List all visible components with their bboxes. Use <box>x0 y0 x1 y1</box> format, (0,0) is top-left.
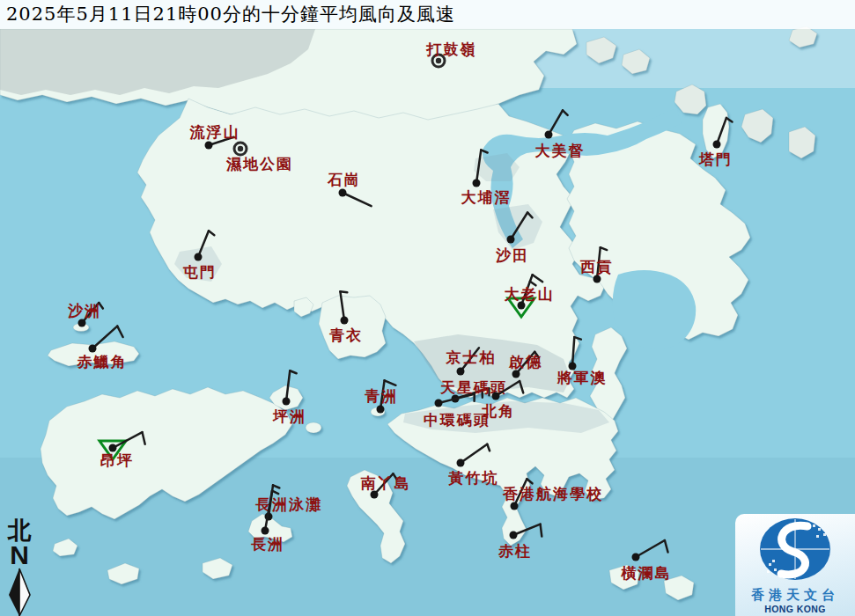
station-label: 昂坪 <box>100 451 134 469</box>
logo-mark-icon <box>735 514 855 583</box>
wind-barb-half <box>340 291 347 292</box>
logo-english: HONG KONG OBSERVATORY <box>735 604 855 616</box>
station-label: 沙田 <box>495 246 529 264</box>
station-label: 啟德 <box>508 353 542 370</box>
station-dot <box>492 392 500 400</box>
station-dot <box>510 532 518 539</box>
station-label: 長洲泳灘 <box>255 495 322 513</box>
station-label: 長洲 <box>251 535 284 553</box>
station-label: 青洲 <box>365 387 398 405</box>
map-canvas: 打鼓嶺濕地公園流浮山石崗大美督大埔滘沙田塔門西貢大老山屯門沙洲赤鱲角青衣青洲坪洲… <box>0 0 855 616</box>
station-dot <box>341 317 349 325</box>
station-dot <box>435 400 443 407</box>
station-label: 屯門 <box>182 263 217 281</box>
station-label: 香港航海學校 <box>502 485 603 502</box>
land-kau-yi-chau <box>306 422 321 433</box>
station-dot <box>473 180 481 187</box>
station-dot <box>339 189 347 197</box>
station-label: 赤鱲角 <box>77 353 128 370</box>
station-label: 北角 <box>481 402 515 420</box>
station-dot <box>512 370 520 378</box>
station-dot <box>262 527 269 535</box>
station-dot <box>457 368 465 376</box>
station-label: 打鼓嶺 <box>426 40 477 58</box>
observatory-logo: 香港天文台 HONG KONG OBSERVATORY <box>735 514 855 616</box>
station-label: 坪洲 <box>272 407 306 425</box>
station-dot <box>507 236 515 244</box>
calm-dot <box>238 146 243 151</box>
station-label: 南丫島 <box>361 474 411 492</box>
station-dot <box>457 459 465 467</box>
station-dot <box>593 275 601 283</box>
station-label: 赤柱 <box>498 542 532 560</box>
station-label: 橫瀾島 <box>621 564 672 582</box>
station-dot <box>283 398 291 406</box>
station-label: 大美督 <box>535 142 586 159</box>
calm-dot <box>436 58 441 63</box>
station-label: 將軍澳 <box>556 369 608 386</box>
weather-map-page: 打鼓嶺濕地公園流浮山石崗大美督大埔滘沙田塔門西貢大老山屯門沙洲赤鱲角青衣青洲坪洲… <box>0 0 855 616</box>
station-dot <box>377 406 385 414</box>
station-dot <box>545 131 553 139</box>
station-label: 西貢 <box>579 258 614 275</box>
station-label: 中環碼頭 <box>424 411 490 429</box>
station-label: 京士柏 <box>446 348 497 366</box>
compass-north-letter: N <box>10 540 29 569</box>
station-label: 大埔滘 <box>461 188 512 206</box>
wind-barb-full <box>541 524 542 537</box>
logo-chinese: 香港天文台 <box>735 587 855 604</box>
station-dot <box>713 141 721 149</box>
station-dot <box>632 554 640 561</box>
map-title: 2025年5月11日21時00分的十分鐘平均風向及風速 <box>0 0 855 29</box>
station-label: 沙洲 <box>67 302 101 319</box>
station-dot <box>511 502 519 510</box>
station-label: 塔門 <box>698 150 733 168</box>
station-label: 青衣 <box>329 326 363 344</box>
station-label: 大老山 <box>505 285 555 303</box>
station-dot <box>89 345 97 353</box>
station-dot <box>78 319 86 327</box>
station-label: 流浮山 <box>189 123 240 141</box>
station-label: 黃竹坑 <box>448 469 499 487</box>
station-label: 濕地公園 <box>225 155 293 172</box>
station-dot <box>205 142 213 150</box>
station-dot <box>195 253 203 261</box>
station-label: 石崗 <box>327 171 361 188</box>
